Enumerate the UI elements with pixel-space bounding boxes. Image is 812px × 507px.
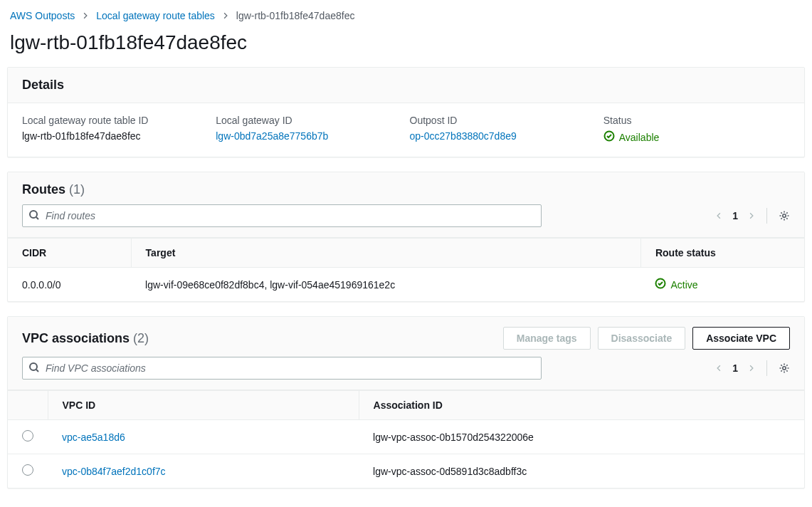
- manage-tags-button: Manage tags: [503, 327, 591, 350]
- detail-label: Local gateway ID: [216, 115, 402, 126]
- next-page-button[interactable]: [748, 211, 755, 221]
- detail-label: Local gateway route table ID: [22, 115, 209, 126]
- svg-point-5: [783, 367, 786, 370]
- breadcrumb: AWS Outposts Local gateway route tables …: [7, 10, 805, 21]
- vpc-search-input[interactable]: [40, 362, 535, 374]
- detail-local-gateway-id: Local gateway ID lgw-0bd7a25a8e7756b7b: [216, 115, 402, 144]
- detail-label: Status: [603, 115, 790, 126]
- details-panel: Details Local gateway route table ID lgw…: [7, 67, 805, 157]
- settings-button[interactable]: [779, 210, 790, 221]
- detail-status: Status Available: [603, 115, 790, 144]
- details-panel-title: Details: [22, 78, 790, 93]
- vpc-id-link[interactable]: vpc-ae5a18d6: [62, 432, 125, 443]
- route-status-text: Active: [670, 279, 697, 291]
- routes-pager: 1: [715, 208, 790, 224]
- outpost-id-link[interactable]: op-0cc27b83880c7d8e9: [410, 130, 517, 142]
- prev-page-button[interactable]: [715, 211, 722, 221]
- prev-page-button[interactable]: [715, 363, 722, 373]
- vpc-pager: 1: [715, 360, 790, 376]
- row-select-radio[interactable]: [22, 430, 33, 441]
- breadcrumb-link-outposts[interactable]: AWS Outposts: [10, 10, 75, 21]
- cell-association-id: lgw-vpc-assoc-0b1570d254322006e: [359, 420, 804, 454]
- table-row: vpc-0b84f7aef2d1c0f7c lgw-vpc-assoc-0d58…: [8, 454, 804, 488]
- col-target[interactable]: Target: [131, 239, 640, 268]
- associate-vpc-button[interactable]: Associate VPC: [692, 327, 790, 350]
- local-gateway-id-link[interactable]: lgw-0bd7a25a8e7756b7b: [216, 130, 328, 142]
- breadcrumb-link-route-tables[interactable]: Local gateway route tables: [96, 10, 215, 21]
- vpc-table: VPC ID Association ID vpc-ae5a18d6 lgw-v…: [8, 390, 804, 488]
- check-circle-icon: [603, 130, 615, 144]
- divider: [766, 208, 767, 224]
- cell-target: lgw-vif-09e68ce0f82df8bc4, lgw-vif-054ae…: [131, 268, 640, 302]
- routes-panel-title: Routes (1): [22, 182, 790, 197]
- chevron-right-icon: [222, 10, 229, 21]
- svg-point-4: [30, 363, 37, 370]
- search-icon: [28, 362, 40, 375]
- page-title: lgw-rtb-01fb18fe47dae8fec: [10, 31, 805, 54]
- page-number: 1: [732, 210, 738, 221]
- svg-point-2: [783, 214, 786, 217]
- vpc-associations-panel: VPC associations (2) Manage tags Disasso…: [7, 316, 805, 488]
- chevron-right-icon: [82, 10, 89, 21]
- svg-point-1: [30, 211, 37, 218]
- status-badge: Available: [603, 130, 660, 144]
- disassociate-button: Disassociate: [598, 327, 686, 350]
- status-text: Available: [619, 132, 660, 143]
- col-cidr[interactable]: CIDR: [8, 239, 131, 268]
- detail-outpost-id: Outpost ID op-0cc27b83880c7d8e9: [410, 115, 596, 144]
- col-route-status[interactable]: Route status: [640, 239, 804, 268]
- page-number: 1: [732, 362, 738, 374]
- next-page-button[interactable]: [748, 363, 755, 373]
- row-select-radio[interactable]: [22, 464, 33, 476]
- col-vpc-id[interactable]: VPC ID: [48, 391, 359, 420]
- routes-table: CIDR Target Route status 0.0.0.0/0 lgw-v…: [8, 238, 804, 301]
- vpc-id-link[interactable]: vpc-0b84f7aef2d1c0f7c: [62, 466, 166, 477]
- breadcrumb-current: lgw-rtb-01fb18fe47dae8fec: [236, 10, 355, 21]
- vpc-actions: Manage tags Disassociate Associate VPC: [503, 327, 790, 350]
- divider: [766, 360, 767, 376]
- check-circle-icon: [655, 278, 666, 291]
- routes-count: (1): [69, 182, 85, 197]
- cell-route-status: Active: [640, 268, 804, 302]
- routes-search-input[interactable]: [40, 210, 535, 221]
- routes-search[interactable]: [22, 204, 542, 227]
- vpc-search[interactable]: [22, 357, 542, 380]
- table-row: 0.0.0.0/0 lgw-vif-09e68ce0f82df8bc4, lgw…: [8, 268, 804, 302]
- search-icon: [28, 209, 40, 223]
- cell-association-id: lgw-vpc-assoc-0d5891d3c8adbff3c: [359, 454, 804, 488]
- col-association-id[interactable]: Association ID: [359, 391, 804, 420]
- cell-cidr: 0.0.0.0/0: [8, 268, 131, 302]
- settings-button[interactable]: [779, 362, 790, 374]
- vpc-title-text: VPC associations: [22, 331, 130, 345]
- routes-panel: Routes (1) 1: [7, 172, 805, 302]
- vpc-count: (2): [133, 331, 149, 345]
- detail-label: Outpost ID: [410, 115, 596, 126]
- routes-title-text: Routes: [22, 182, 65, 197]
- detail-route-table-id: Local gateway route table ID lgw-rtb-01f…: [22, 115, 209, 144]
- col-select: [8, 391, 48, 420]
- table-row: vpc-ae5a18d6 lgw-vpc-assoc-0b1570d254322…: [8, 420, 804, 454]
- vpc-panel-title: VPC associations (2): [22, 331, 149, 346]
- detail-value: lgw-rtb-01fb18fe47dae8fec: [22, 130, 209, 142]
